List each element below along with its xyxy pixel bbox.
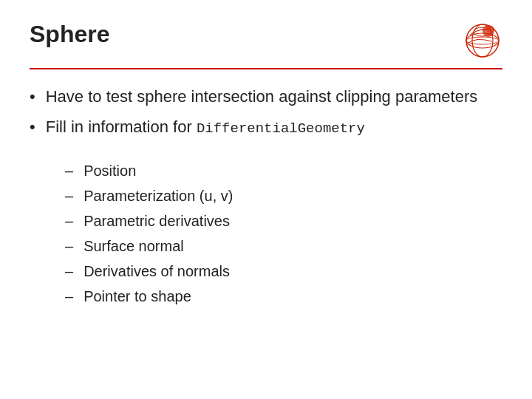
bullet-text-2: Fill in information for DifferentialGeom… xyxy=(46,116,502,139)
dash-item-pointer-to-shape: Pointer to shape xyxy=(65,285,502,307)
svg-point-3 xyxy=(466,37,499,44)
bullet-text-2-code: DifferentialGeometry xyxy=(197,120,365,137)
slide: Sphere Have to test sphere intersection … xyxy=(0,0,532,399)
dash-item-parameterization: Parameterization (u, v) xyxy=(65,185,502,207)
pbrt-logo-icon xyxy=(463,21,502,61)
dash-item-derivatives-of-normals: Derivatives of normals xyxy=(65,260,502,282)
svg-point-2 xyxy=(466,33,499,48)
dash-label-derivatives-of-normals: Derivatives of normals xyxy=(83,260,230,282)
dash-label-parameterization: Parameterization (u, v) xyxy=(83,185,233,207)
dash-item-position: Position xyxy=(65,160,502,182)
bullet-item-1: Have to test sphere intersection against… xyxy=(30,86,502,109)
dash-label-pointer-to-shape: Pointer to shape xyxy=(83,285,191,307)
dash-item-list: Position Parameterization (u, v) Paramet… xyxy=(65,160,502,310)
slide-header: Sphere xyxy=(30,21,502,69)
bullet-text-1: Have to test sphere intersection against… xyxy=(46,86,502,109)
bullet-text-2-prefix: Fill in information for xyxy=(46,117,197,136)
dash-item-surface-normal: Surface normal xyxy=(65,235,502,257)
main-bullet-list: Have to test sphere intersection against… xyxy=(30,86,502,146)
dash-label-surface-normal: Surface normal xyxy=(83,235,184,257)
dash-label-parametric-derivatives: Parametric derivatives xyxy=(83,210,230,232)
dash-label-position: Position xyxy=(83,160,136,182)
slide-content: Have to test sphere intersection against… xyxy=(30,86,502,378)
dash-item-parametric-derivatives: Parametric derivatives xyxy=(65,210,502,232)
svg-point-6 xyxy=(487,26,494,33)
slide-title: Sphere xyxy=(30,21,109,48)
bullet-item-2: Fill in information for DifferentialGeom… xyxy=(30,116,502,139)
